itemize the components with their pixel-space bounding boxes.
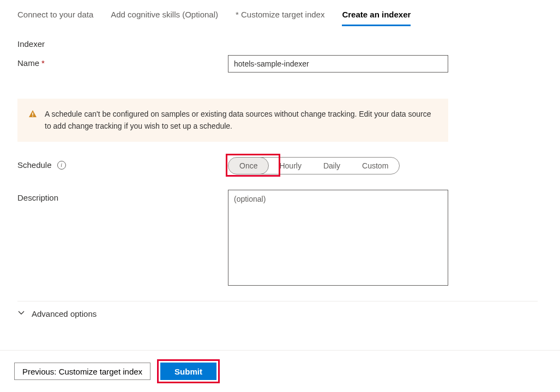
warning-text: A schedule can't be configured on sample… — [45, 108, 437, 132]
schedule-pill-group: Once Hourly Daily Custom — [228, 157, 400, 174]
name-input[interactable] — [228, 55, 448, 73]
wizard-footer: Previous: Customize target index Submit — [0, 350, 560, 392]
warning-icon — [28, 110, 37, 120]
name-label-text: Name — [17, 58, 39, 68]
chevron-down-icon — [17, 309, 25, 318]
info-icon[interactable]: i — [57, 161, 66, 170]
schedule-option-custom[interactable]: Custom — [351, 158, 399, 174]
name-label: Name * — [17, 55, 228, 68]
tab-create-indexer[interactable]: Create an indexer — [342, 10, 411, 26]
description-input[interactable] — [228, 190, 448, 286]
highlight-submit: Submit — [157, 359, 220, 383]
schedule-option-daily[interactable]: Daily — [312, 158, 351, 174]
field-row-schedule: Schedule i Once Hourly Daily Custom — [17, 157, 543, 174]
advanced-options-label: Advanced options — [32, 309, 97, 318]
required-asterisk: * — [41, 58, 45, 68]
tab-connect-data[interactable]: Connect to your data — [17, 10, 93, 26]
svg-rect-1 — [32, 116, 33, 117]
schedule-label-text: Schedule — [17, 160, 52, 170]
schedule-option-hourly[interactable]: Hourly — [268, 158, 312, 174]
tab-customize-index[interactable]: * Customize target index — [236, 10, 324, 26]
tab-cognitive-skills[interactable]: Add cognitive skills (Optional) — [111, 10, 218, 26]
submit-button[interactable]: Submit — [160, 363, 216, 380]
form-content: Indexer Name * A schedule can't be confi… — [0, 26, 560, 318]
wizard-tabs: Connect to your data Add cognitive skill… — [0, 0, 560, 26]
svg-rect-0 — [32, 113, 33, 116]
warning-banner: A schedule can't be configured on sample… — [17, 99, 448, 142]
schedule-label: Schedule i — [17, 157, 228, 170]
section-heading-indexer: Indexer — [17, 39, 543, 49]
description-label: Description — [17, 190, 228, 202]
previous-button[interactable]: Previous: Customize target index — [14, 363, 150, 380]
schedule-option-once[interactable]: Once — [228, 157, 269, 174]
field-row-name: Name * — [17, 55, 543, 73]
field-row-description: Description — [17, 190, 543, 286]
advanced-options-toggle[interactable]: Advanced options — [17, 301, 538, 318]
